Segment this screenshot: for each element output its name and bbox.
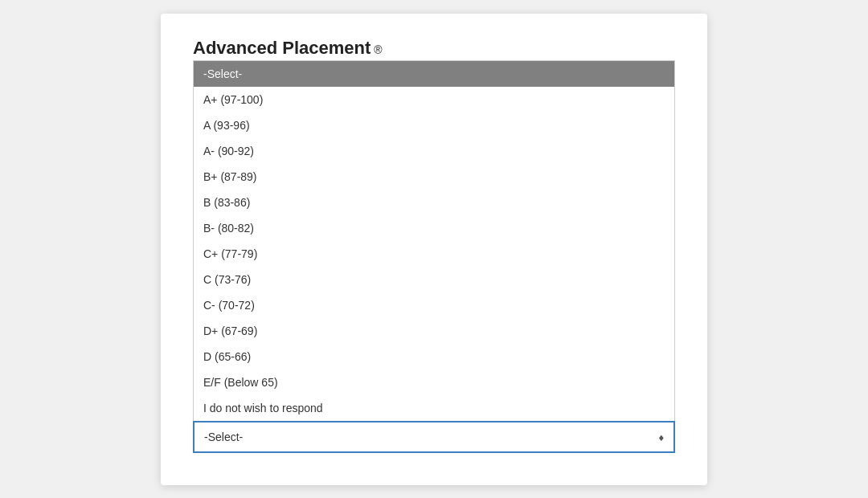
dropdown-item[interactable]: A (93-96): [194, 112, 674, 138]
main-container: Advanced Placement ® -Select-A+ (97-100)…: [161, 14, 707, 485]
page-title: Advanced Placement: [193, 38, 371, 59]
dropdown-item[interactable]: A+ (97-100): [194, 87, 674, 112]
dropdown-item[interactable]: B+ (87-89): [194, 164, 674, 190]
dropdown-item[interactable]: -Select-: [194, 61, 674, 87]
dropdown-item[interactable]: B (83-86): [194, 190, 674, 215]
dropdown-wrapper: -Select-A+ (97-100)A (93-96)A- (90-92)B+…: [193, 60, 675, 453]
dropdown-item[interactable]: D (65-66): [194, 344, 674, 369]
dropdown-item[interactable]: C- (70-72): [194, 292, 674, 318]
grade-select[interactable]: -Select-A+ (97-100)A (93-96)A- (90-92)B+…: [193, 421, 675, 453]
dropdown-item[interactable]: A- (90-92): [194, 138, 674, 164]
dropdown-item[interactable]: E/F (Below 65): [194, 369, 674, 395]
dropdown-item[interactable]: C (73-76): [194, 267, 674, 292]
title-row: Advanced Placement ®: [193, 38, 675, 59]
dropdown-item[interactable]: I do not wish to respond: [194, 395, 674, 421]
select-wrapper[interactable]: -Select-A+ (97-100)A (93-96)A- (90-92)B+…: [193, 421, 675, 453]
dropdown-list: -Select-A+ (97-100)A (93-96)A- (90-92)B+…: [193, 60, 675, 421]
registered-mark: ®: [374, 43, 382, 56]
dropdown-item[interactable]: C+ (77-79): [194, 241, 674, 267]
dropdown-item[interactable]: D+ (67-69): [194, 318, 674, 344]
dropdown-item[interactable]: B- (80-82): [194, 215, 674, 241]
